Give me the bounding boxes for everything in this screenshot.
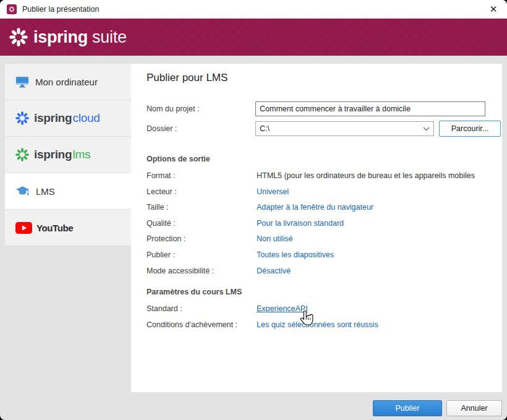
browse-button[interactable]: Parcourir...: [439, 121, 501, 137]
option-label: Taille :: [147, 203, 168, 212]
close-icon[interactable]: ✕: [480, 0, 507, 19]
ispring-spinner-icon: [9, 6, 15, 12]
option-label: Mode accessibilité :: [147, 267, 214, 275]
sidebar-item-label: ispring cloud: [34, 111, 100, 125]
graduation-cap-icon: [15, 186, 30, 197]
folder-label: Dossier :: [147, 124, 177, 133]
option-row-accessibility: Mode accessibilité : Désactivé: [147, 267, 502, 278]
publish-button[interactable]: Publier: [373, 400, 442, 416]
option-row-size: Taille : Adapter à la fenêtre du navigat…: [147, 203, 502, 214]
chevron-down-icon: [423, 127, 430, 131]
publish-destination-sidebar: Mon ordinateur ispring cloud: [5, 64, 131, 246]
sidebar-item-label: YouTube: [36, 223, 73, 233]
option-value: HTML5 (pour les ordinateurs de bureau et…: [257, 171, 475, 180]
ispring-spinner-icon: [15, 148, 29, 161]
option-row-completion: Conditions d'achèvement : Les quiz sélec…: [147, 320, 502, 332]
option-row-quality: Qualité : Pour la livraison standard: [147, 219, 502, 230]
brand-logo: ispring suite: [33, 28, 127, 47]
sidebar-item-my-computer[interactable]: Mon ordinateur: [5, 64, 131, 100]
lms-settings-heading: Paramètres du cours LMS: [147, 288, 242, 296]
option-label: Lecteur :: [147, 187, 177, 196]
ispring-spinner-icon: [15, 111, 29, 125]
option-label: Format :: [147, 171, 176, 180]
output-options-heading: Options de sortie: [147, 155, 210, 163]
option-label: Conditions d'achèvement :: [147, 320, 237, 329]
folder-dropdown[interactable]: C:\: [255, 121, 434, 136]
title-bar: Publier la présentation ✕: [0, 0, 507, 19]
publish-dialog: Publier la présentation ✕ ispring suite: [0, 0, 507, 420]
publish-settings-panel: Publier pour LMS Nom du projet : Dossier…: [131, 64, 502, 392]
option-label: Standard :: [147, 304, 182, 313]
brand-suffix: lms: [73, 148, 91, 161]
option-value-link[interactable]: Pour la livraison standard: [257, 219, 344, 228]
option-value-link[interactable]: ExperienceAPI: [257, 304, 308, 313]
sidebar-item-ispring-cloud[interactable]: ispring cloud: [5, 100, 131, 137]
brand-text: ispring: [34, 148, 72, 161]
sidebar-item-lms[interactable]: LMS: [5, 173, 131, 210]
sidebar-item-label: Mon ordinateur: [35, 77, 98, 87]
option-label: Qualité :: [147, 219, 176, 228]
brand-text: ispring: [34, 111, 72, 124]
folder-value: C:\: [260, 124, 270, 133]
sidebar-item-youtube[interactable]: YouTube: [5, 210, 131, 246]
option-label: Protection :: [147, 234, 185, 243]
window-title: Publier la présentation: [22, 5, 99, 14]
option-value-link[interactable]: Les quiz sélectionnées sont réussis: [257, 320, 378, 329]
brand-secondary: suite: [92, 28, 127, 46]
brand-primary: ispring: [33, 28, 88, 46]
option-row-publish-slides: Publier : Toutes les diapositives: [147, 251, 502, 262]
option-value-link[interactable]: Universel: [257, 187, 289, 196]
brand-banner: ispring suite: [0, 19, 507, 56]
option-value-link[interactable]: Désactivé: [257, 267, 291, 275]
project-name-input[interactable]: [255, 101, 485, 116]
option-value-link[interactable]: Toutes les diapositives: [257, 251, 334, 259]
monitor-icon: [15, 76, 29, 88]
project-name-label: Nom du projet :: [147, 105, 199, 113]
option-row-standard: Standard : ExperienceAPI: [147, 304, 502, 315]
youtube-icon: [15, 222, 32, 234]
cancel-button[interactable]: Annuler: [446, 400, 502, 416]
option-label: Publier :: [147, 251, 175, 259]
sidebar-item-label: LMS: [36, 186, 55, 197]
page-title: Publier pour LMS: [147, 72, 228, 84]
option-value-link[interactable]: Adapter à la fenêtre du navigateur: [257, 203, 373, 212]
sidebar-item-label: ispring lms: [34, 148, 90, 161]
option-value-link[interactable]: Non utilisé: [257, 234, 292, 243]
brand-suffix: cloud: [73, 111, 100, 124]
ispring-spinner-icon: [9, 28, 28, 46]
sidebar-item-ispring-lms[interactable]: ispring lms: [5, 137, 131, 173]
option-row-format: Format : HTML5 (pour les ordinateurs de …: [147, 171, 502, 182]
option-row-protection: Protection : Non utilisé: [147, 234, 502, 246]
option-row-player: Lecteur : Universel: [147, 187, 502, 199]
ispring-app-icon: [7, 4, 17, 14]
